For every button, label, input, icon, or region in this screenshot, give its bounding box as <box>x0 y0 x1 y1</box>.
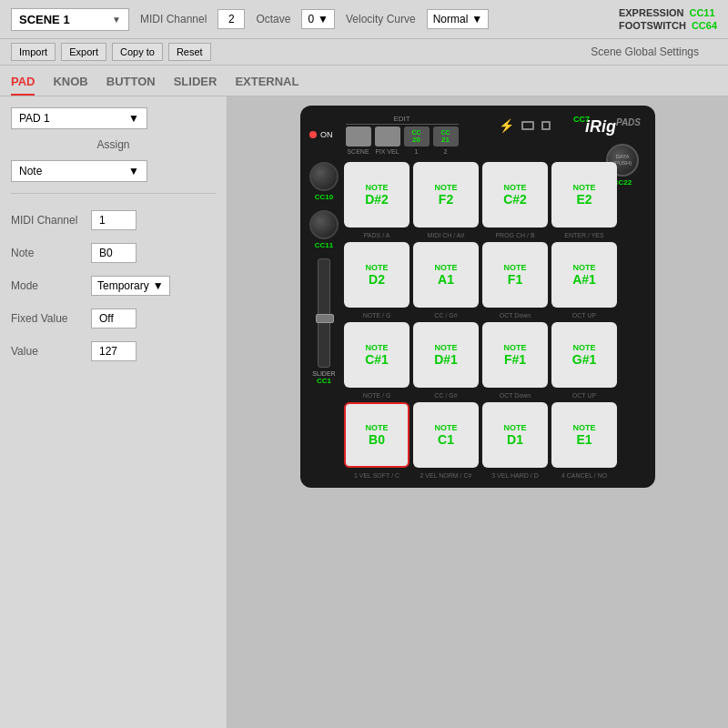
bottom-labels-row: 1 VEL SOFT / C2 VEL NORM / C#3 VEL HARD … <box>344 472 646 479</box>
pad-note-value: A#1 <box>572 272 596 287</box>
knob2-control: CC11 <box>309 207 339 249</box>
scene-btn[interactable] <box>346 126 371 147</box>
expression-label: EXPRESSION <box>619 7 684 18</box>
import-button[interactable]: Import <box>11 43 56 61</box>
tab-slider[interactable]: SLIDER <box>174 71 217 96</box>
on-indicator: ON <box>309 130 333 139</box>
slider-thumb[interactable] <box>316 314 334 323</box>
pad-sub-label-text: ENTER / YES <box>551 232 617 238</box>
main-container: SCENE 1 ▼ MIDI Channel 2 Octave 0 ▼ Velo… <box>0 0 728 728</box>
usb-icon: ⚡ <box>499 118 514 133</box>
pad-note-value: D#1 <box>434 352 458 367</box>
cc21-label: CC <box>440 129 450 136</box>
second-bar: Import Export Copy to Reset Scene Global… <box>0 39 728 66</box>
assign-type-dropdown[interactable]: Note ▼ <box>11 160 147 182</box>
copy-to-button[interactable]: Copy to <box>112 43 163 61</box>
cc20-btn[interactable]: CC 20 <box>404 126 430 147</box>
pad-3-0[interactable]: NOTEB0 <box>344 402 410 468</box>
knob1-control: CC10 <box>309 162 339 201</box>
pad-2-2[interactable]: NOTEF#1 <box>482 322 548 388</box>
pad-3-1[interactable]: NOTEC1 <box>413 402 479 468</box>
pad-arrow-icon: ▼ <box>128 112 139 125</box>
pad-note-value: F1 <box>508 272 522 287</box>
bottom-label: 3 VEL HARD / D <box>482 472 548 479</box>
device-top: ON EDIT CC 20 CC <box>309 115 646 155</box>
pad-3-3[interactable]: NOTEE1 <box>551 402 617 468</box>
scene-arrow-icon: ▼ <box>112 15 121 25</box>
pad-2-3[interactable]: NOTEG#1 <box>551 322 617 388</box>
midi-channel-value: 2 <box>217 9 245 29</box>
pad-0-3[interactable]: NOTEE2 <box>551 162 617 228</box>
pads-grid: NOTED#2NOTEF2NOTEC#2NOTEE2PADS / AMIDI C… <box>344 162 646 479</box>
pad-0-1[interactable]: NOTEF2 <box>413 162 479 228</box>
prop-note-label: Note <box>11 247 84 259</box>
left-controls: CC10 CC11 SLIDER CC1 <box>309 162 339 479</box>
velocity-dropdown[interactable]: Normal ▼ <box>427 9 490 29</box>
pad-0-2[interactable]: NOTEC#2 <box>482 162 548 228</box>
fixvel-sublabel: FIX VEL <box>375 148 400 155</box>
irig-logo-area: iRigPADS <box>585 118 641 135</box>
pad-1-1[interactable]: NOTEA1 <box>413 242 479 308</box>
octave-dropdown[interactable]: 0 ▼ <box>301 9 335 29</box>
mode-row: Mode Temporary ▼ <box>11 276 216 296</box>
cc20-sublabel: 1 <box>404 148 430 155</box>
mode-value: Temporary <box>97 279 149 292</box>
scene-dropdown[interactable]: SCENE 1 ▼ <box>11 8 129 31</box>
octave-value: 0 <box>308 13 314 25</box>
irig-device: ON EDIT CC 20 CC <box>300 106 655 488</box>
fix-vel-btn[interactable] <box>375 126 400 147</box>
pad-name: PAD 1 <box>19 112 50 125</box>
pad-row-2: NOTEC#1NOTED#1NOTEF#1NOTEG#1 <box>344 322 646 388</box>
pad-1-3[interactable]: NOTEA#1 <box>551 242 617 308</box>
prop-midi-value: 1 <box>91 210 136 230</box>
tab-button[interactable]: BUTTON <box>106 71 156 96</box>
pad-note-value: C#2 <box>503 192 527 207</box>
pad-note-value: G#1 <box>572 352 596 367</box>
pad-sub-label-text: NOTE / G <box>344 312 410 318</box>
assign-type-value: Note <box>19 165 42 177</box>
slider-track[interactable] <box>318 258 330 368</box>
mode-dropdown[interactable]: Temporary ▼ <box>91 276 170 296</box>
pad-sub-label-text: OCT UP <box>551 392 617 399</box>
cc20-label: CC <box>411 129 420 136</box>
pad-0-0[interactable]: NOTED#2 <box>344 162 410 228</box>
top-bar: SCENE 1 ▼ MIDI Channel 2 Octave 0 ▼ Velo… <box>0 0 728 39</box>
velocity-value: Normal <box>433 13 469 25</box>
reset-button[interactable]: Reset <box>168 43 211 61</box>
nav-tabs: PAD KNOB BUTTON SLIDER EXTERNAL <box>0 66 728 96</box>
pad-1-0[interactable]: NOTED2 <box>344 242 410 308</box>
pads-area: CC10 CC11 SLIDER CC1 <box>309 162 646 479</box>
pad-sub-label-text: CC / G# <box>413 392 479 399</box>
content-area: PAD 1 ▼ Assign Note ▼ MIDI Channel 1 Not… <box>0 96 728 728</box>
knob1[interactable] <box>309 162 339 191</box>
sub-labels-row-0: PADS / AMIDI CH / A#PROG CH / BENTER / Y… <box>344 232 646 238</box>
pad-1-2[interactable]: NOTEF1 <box>482 242 548 308</box>
pad-note-label: NOTE <box>572 183 595 192</box>
pad-dropdown[interactable]: PAD 1 ▼ <box>11 107 147 129</box>
knob2[interactable] <box>309 210 339 239</box>
pad-selector-row: PAD 1 ▼ <box>11 107 216 129</box>
pad-note-label: NOTE <box>434 183 457 192</box>
phone-icon <box>541 121 551 130</box>
prop-note-value: B0 <box>91 243 136 263</box>
pad-sub-label-text: OCT Down <box>482 392 548 399</box>
cc21-btn[interactable]: CC 21 <box>433 126 459 147</box>
export-button[interactable]: Export <box>61 43 106 61</box>
pad-note-value: F#1 <box>504 352 526 367</box>
pad-note-value: D#2 <box>365 192 389 207</box>
pad-note-label: NOTE <box>503 423 526 432</box>
tab-knob[interactable]: KNOB <box>53 71 87 96</box>
prop-fixed-label: Fixed Value <box>11 312 84 325</box>
pad-note-value: C#1 <box>365 352 389 367</box>
pad-2-1[interactable]: NOTED#1 <box>413 322 479 388</box>
expression-cc: CC11 <box>689 7 714 18</box>
pad-3-2[interactable]: NOTED1 <box>482 402 548 468</box>
tab-external[interactable]: EXTERNAL <box>235 71 298 96</box>
pad-sub-label-text: MIDI CH / A# <box>413 232 479 238</box>
tab-pad[interactable]: PAD <box>11 71 35 96</box>
right-panel-info: EXPRESSION CC11 FOOTSWITCH CC64 <box>619 7 717 31</box>
prop-value-label: Value <box>11 345 84 358</box>
octave-label: Octave <box>256 13 290 25</box>
pad-note-label: NOTE <box>503 263 526 272</box>
pad-2-0[interactable]: NOTEC#1 <box>344 322 410 388</box>
